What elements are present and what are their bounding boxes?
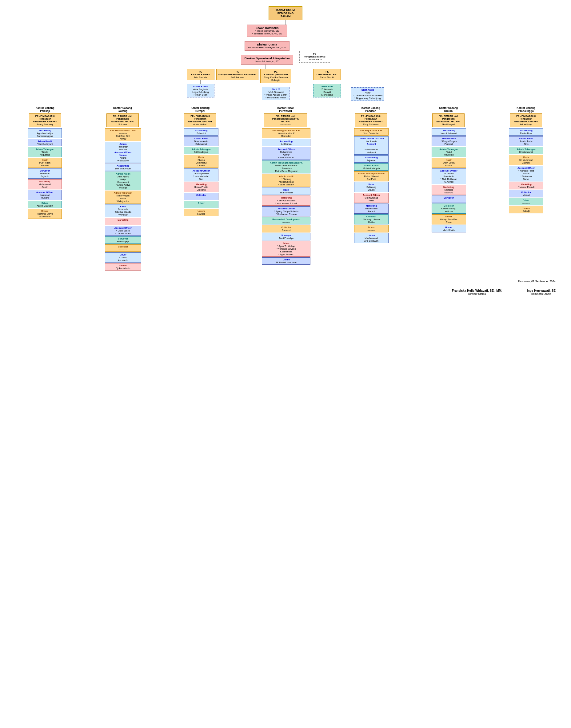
r-gem-kasir: Kasir RhoisaChalimatulUmami [184, 155, 218, 168]
r-gem-accounting: Accounting Suhartini [184, 128, 218, 136]
r-kra-accounting: Accounting Nunuk Istilawati [432, 128, 466, 136]
pimcab-kraton: PE - PIMCAB Unit Pengaduan Nasabah/PK AP… [430, 114, 467, 127]
pe-checker-col: PE Checker/APU-PPT Ratna Sumilir HRD/R&D… [313, 69, 341, 98]
r-pan-kasbeji: Kas Beji Koord. Kas Yerri Deviantari [354, 128, 388, 136]
r-kra-admintab: Admin Tabungan FitalulMaulidiah [432, 147, 466, 157]
pe-row: PE KABAG KREDIT Mia Fazilah Analis Kredi… [6, 69, 565, 101]
r-pro-accounting: Accounting Rusita Dewi [509, 128, 543, 136]
r-pur-kasir: Kasir Inka Nirwana [262, 187, 311, 195]
pe-kabag-kredit-col: PE KABAG KREDIT Mia Fazilah Analis Kredi… [187, 69, 214, 98]
cv3 [327, 80, 327, 84]
r-pan-admintab: Admin Tabungan Admin Ratna NilasariDwi P… [354, 171, 388, 181]
r-pur-ao: Account Officer MuhammadAnwarDriver & Um… [262, 147, 311, 160]
pengawas-title2: Pengawas Internal [302, 55, 327, 58]
r-pan-kasir: Kasir RulintangVitaloki [354, 182, 388, 192]
r-pro-admintab: Admin Tabungan Kharismawati [509, 147, 543, 154]
r-pur-research: Research & Development ---------- [262, 217, 311, 225]
roles-lawang: Kas Wendit Koord. Kas ----------Dwi Rina… [104, 128, 142, 271]
r-kra-umum: Umum Moh. Kholik [432, 225, 466, 233]
r-gem-admintab: Admin Tabungan Sri Handayani [184, 147, 218, 154]
cv1 [200, 80, 201, 84]
r-law-collector: Collector ---------- [105, 245, 141, 252]
r-kra-ao: Account Officer * LukmanKurmianto * Abd.… [432, 168, 466, 184]
r-pan-umum: Umum MukhammadAris Setiawan [354, 233, 388, 243]
r-law-ao: Account Officer * Didik Susilo* Choirul … [105, 226, 141, 236]
signature-area: Fransiska Helis Widayati, SE., MM. Direk… [6, 289, 556, 295]
komisaris-box: Dewan Komisaris * Inge Herryawati, SE * … [247, 25, 287, 37]
r-gem-umum: Umum Suwadji [184, 209, 218, 216]
pe-manajemen-col: PE Manajemen Resiko & Kepatuhan Saiful A… [216, 69, 259, 80]
roles-row: Accounting Agustina HellysCandraningtyas… [6, 128, 565, 271]
connector-v4 [265, 64, 266, 69]
roles-probolinggo: Accounting Rusita Dewi Admin Kredit Azmi… [507, 128, 545, 213]
pimcab-pakisaji: PE - PIMCAB Unit Pengaduan Nasabah/PK AP… [26, 114, 64, 127]
du-name: Fransiska Helis Widayati, SE., MM. [248, 46, 287, 49]
r-gem-ao: Account Officer * Arif Syaifudin* Hennah… [184, 168, 218, 181]
r-pur-accounting: Accounting Ali Hamza [262, 139, 311, 146]
roles-pandaan: Kas Beji Koord. Kas Yerri Deviantari Umu… [353, 128, 390, 243]
kantor-labels-row: Kantor CabangPakisaji Kantor CabangLawan… [6, 106, 565, 113]
r-pro-marketing: Marketing * Muktar Ependi [509, 182, 543, 189]
rapat-box: RAPAT UMUM PEMEGANG SAHAM [268, 6, 303, 20]
r-law-accounting: Accounting Dwi Silvi Anwar [105, 164, 141, 171]
r-pur-admintab: Admin Tabungan Nasabah/PK Nike Kusuma Wa… [262, 160, 311, 173]
r-pur-surveyor: Surveyor Budi Prasetyo [262, 233, 311, 241]
komisaris-member2: * Yohanes Toreh, B.Ac., SE [250, 32, 283, 35]
du-title: Direktur Utama [248, 43, 287, 46]
connector-v1 [286, 20, 286, 25]
kantor-section: Kantor CabangPakisaji Kantor CabangLawan… [6, 106, 565, 271]
hrd-box: HRD/R&D Zulkarnain Rasyid Mertosono [313, 84, 341, 98]
analis-kredit-box: Analis Kredit Alex Sugiarto Legal & Lela… [187, 84, 214, 98]
rapat-line3: SAHAM [273, 15, 298, 18]
sig-komisaris-title: Komisaris Utama [527, 292, 556, 295]
pimcab-lawang: PE - PIMCAB Unit Pengaduan Nasabah/PK AP… [104, 114, 141, 127]
r-pro-umum: Umum Sutadji [509, 206, 543, 213]
label-gempol: Kantor CabangGempol [182, 106, 219, 113]
r-kra-marketing: Marketing MuzadidMabruro [432, 185, 466, 195]
r-pro-adminkredit: Admin Kredit Azmin TarifaAfris [509, 136, 543, 146]
r-pak-driver: Driver Anton Mauludin [28, 201, 62, 208]
r-pak-umum: Umum Rachmat SuryaSulistiyono [28, 209, 62, 219]
r-kra-collector: Collector Kartiko WahyuWidodo [432, 203, 466, 214]
r-law-admin: Admin Putri IntanEmaluta Account Officer… [105, 142, 141, 163]
connector-v2 [267, 37, 267, 41]
pimcab-purwosari: PE - PIMCAB Unit Pengaduan Nasabah/PK AP… [259, 114, 312, 127]
r-kra-adminkredit: Admin Kredit * Kanya PreyasPermadi [432, 136, 466, 146]
pimcab-gempol: PE - PIMCAB Unit Pengaduan Nasabah/PK AP… [182, 114, 219, 127]
r-pur-umum: Umum M. Nasrul Mukminin [262, 257, 311, 265]
label-probolinggo: Kantor CabangProbolinggo [507, 106, 545, 113]
org-chart: RAPAT UMUM PEMEGANG SAHAM Dewan Komisari… [6, 6, 565, 295]
sig-komisaris-name: Inge Herryawati, SE [527, 289, 556, 292]
roles-purwosari: Kas Ranggeh Koord. Kas Veronica Nirta KR… [260, 128, 312, 265]
r-pan-adminkredit: Admin Kredit Mutiatul Mariyah [354, 163, 388, 171]
roles-pakisaji: Accounting Agustina HellysCandraningtyas… [26, 128, 64, 219]
r-pur-collector: Collector Sumarni [262, 225, 311, 233]
label-kraton: Kantor CabangKraton [430, 106, 467, 113]
connector-v3 [267, 51, 267, 55]
pe-manajemen-box: PE Manajemen Resiko & Kepatuhan Saiful A… [216, 69, 259, 80]
sig-direktur-name: Fransiska Helis Widayati, SE., MM. [452, 289, 502, 292]
r-pak-kasir: Kasir Putri IndahHartanti [28, 158, 62, 168]
sig-direktur-title: Direktur Utama [452, 292, 502, 295]
pe-kabag-ops-col: PE KABAG Operasional Rosy Kartika Permat… [260, 69, 291, 100]
label-lawang: Kantor CabangLawang [104, 106, 141, 113]
r-pan-collector: Collector Nanang LukmanHakim [354, 214, 388, 225]
pe-kabag-ops-box: PE KABAG Operasional Rosy Kartika Permat… [260, 69, 291, 83]
pe-kabag-kredit-box: PE KABAG KREDIT Mia Fazilah [187, 69, 214, 80]
r-pan-umum-amalia: Umum Amalia Account Nur Amalia Account -… [354, 136, 388, 155]
staff-audit-col: Staff Audit * Elly * Theresia Maria Wula… [351, 87, 384, 101]
r-gem-driver: Driver ---------- [184, 201, 218, 208]
r-law-adminkredit: Admin Kredit Gusti AgungWidyaKsamawati *… [105, 171, 141, 190]
r-gem-adminkredit: Admin Kredit Devenia AuliaRahmawati [184, 136, 218, 146]
r-pak-accounting: Accounting Agustina HellysCandraningtyas [28, 128, 62, 138]
pimcab-probolinggo: PE - PIMCAB Unit Pengaduan Nasabah/PK AP… [507, 114, 545, 127]
pe-checker-box: PE Checker/APU-PPT Ratna Sumilir [313, 69, 341, 80]
rapat-title: RAPAT UMUM [273, 9, 298, 12]
r-pak-ao: Account Officer KurniasariMulyani [28, 190, 62, 200]
r-pan-ao: Account Officer MokhammadNizar [354, 193, 388, 203]
label-pakisaji: Kantor CabangPakisaji [26, 106, 64, 113]
r-pur-kas: Kas Ranggeh Koord. Kas Veronica Nirta KR… [262, 128, 311, 138]
pengawas-name: Dedi Winardi [302, 58, 327, 61]
r-law-umum: Umum Djoko Julianto [105, 263, 141, 271]
r-law-surveyor: Surveyor Riski Wijaya [105, 237, 141, 244]
